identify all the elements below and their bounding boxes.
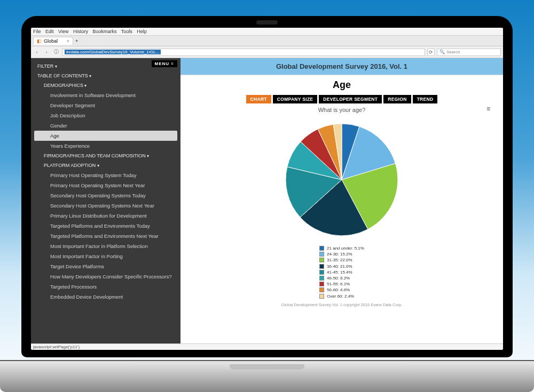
url-text: evdata.com/GlobalDevSurvey16_Volume_1/GL… (65, 50, 161, 54)
tab-region[interactable]: REGION (383, 95, 411, 103)
sidebar-item-host-os-next-year[interactable]: Primary Host Operating System Next Year (31, 180, 180, 190)
legend-label: 56-60: 4.6% (327, 287, 350, 293)
info-icon[interactable]: ⓘ (52, 49, 60, 56)
close-icon[interactable]: × (67, 38, 69, 44)
tab-chart[interactable]: CHART (246, 95, 271, 103)
menu-tools[interactable]: Tools (121, 29, 132, 34)
menu-edit[interactable]: Edit (45, 29, 54, 34)
view-tabs: CHART COMPANY SIZE DEVELOPER SEGMENT REG… (188, 95, 496, 103)
menu-file[interactable]: File (33, 29, 41, 34)
report-banner: Global Development Survey 2016, Vol. 1 (180, 58, 503, 75)
report-page: Age CHART COMPANY SIZE DEVELOPER SEGMENT… (180, 75, 503, 343)
chart-footer: Global Development Survey Vol. 1 copyrig… (188, 302, 496, 307)
menu-button[interactable]: MENU ≡ (152, 60, 177, 67)
tab-trend[interactable]: TREND (413, 95, 438, 103)
address-bar[interactable]: evdata.com/GlobalDevSurvey16_Volume_1/GL… (62, 49, 425, 56)
sidebar-item-target-platforms-next[interactable]: Targeted Platforms and Environments Next… (31, 231, 180, 241)
legend-swatch (319, 276, 324, 281)
legend-label: Over 60: 2.4% (327, 293, 354, 299)
legend-swatch (319, 294, 324, 299)
reload-button[interactable]: ⟳ (427, 49, 435, 56)
main-content: Global Development Survey 2016, Vol. 1 A… (180, 58, 503, 343)
sidebar-item-embedded-dev[interactable]: Embedded Device Development (31, 292, 180, 302)
legend-row[interactable]: Over 60: 2.4% (319, 293, 364, 299)
new-tab-button[interactable]: + (75, 38, 78, 44)
page-title: Age (188, 79, 496, 91)
legend-swatch (319, 264, 324, 269)
chart-legend: 21 and under: 5.1%24-30: 15.2%31-35: 22.… (319, 245, 364, 299)
legend-label: 41-45: 15.4% (327, 269, 352, 275)
sidebar-section-demographics[interactable]: DEMOGRAPHICS (31, 81, 180, 90)
sidebar-item-factor-platform[interactable]: Most Important Factor in Platform Select… (31, 241, 180, 251)
legend-label: 51-55: 6.1% (327, 281, 350, 287)
browser-toolbar: ‹ › ⓘ evdata.com/GlobalDevSurvey16_Volum… (31, 46, 503, 58)
menu-help[interactable]: Help (137, 29, 147, 34)
sidebar-item-factor-porting[interactable]: Most Important Factor in Porting (31, 251, 180, 261)
sidebar-item-gender[interactable]: Gender (31, 121, 180, 131)
legend-swatch (319, 252, 324, 257)
tab-company-size[interactable]: COMPANY SIZE (273, 95, 318, 103)
sidebar-item-years-experience[interactable]: Years Experience (31, 141, 180, 151)
sidebar-section-platform[interactable]: PLATFORM ADOPTION (31, 161, 180, 170)
legend-label: 46-50: 8.2% (327, 275, 350, 281)
tab-favicon: ◧ (37, 38, 42, 44)
export-menu-icon[interactable]: ≡ (486, 105, 490, 113)
menu-view[interactable]: View (58, 29, 68, 34)
tab-title: Global (44, 38, 58, 44)
app-body: MENU ≡ FILTER TABLE OF CONTENTS DEMOGRAP… (31, 58, 503, 343)
legend-row[interactable]: 41-45: 15.4% (319, 269, 364, 275)
browser-tab-strip: ◧ Global × + (31, 36, 503, 46)
sidebar-item-processors-consider[interactable]: How Many Developers Consider Specific Pr… (31, 271, 180, 282)
search-placeholder: Search (446, 50, 460, 54)
legend-row[interactable]: 36-40: 21.0% (319, 263, 364, 269)
search-icon: 🔍 (439, 50, 445, 54)
browser-status-bar: javascript:setPage('p11') (31, 343, 503, 350)
tab-developer-segment[interactable]: DEVELOPER SEGMENT (319, 95, 382, 103)
legend-label: 36-40: 21.0% (327, 263, 352, 269)
legend-label: 24-30: 15.2% (327, 251, 352, 257)
legend-row[interactable]: 46-50: 8.2% (319, 275, 364, 281)
legend-row[interactable]: 56-60: 4.6% (319, 287, 364, 293)
legend-row[interactable]: 31-35: 22.0% (319, 257, 364, 263)
legend-swatch (319, 282, 324, 286)
sidebar-item-device-platforms[interactable]: Target Device Platforms (31, 261, 180, 271)
sidebar-item-age[interactable]: Age (34, 131, 177, 141)
browser-menu-bar: File Edit View History Bookmarks Tools H… (31, 28, 503, 36)
sidebar-item-linux-dist[interactable]: Primary Linux Distribution for Developme… (31, 211, 180, 221)
sidebar-item-sec-host-os-next[interactable]: Secondary Host Operating Systems Next Ye… (31, 201, 180, 211)
camera-notch (256, 20, 278, 25)
legend-label: 21 and under: 5.1% (327, 245, 364, 251)
back-button[interactable]: ‹ (33, 49, 41, 56)
sidebar-item-sec-host-os-today[interactable]: Secondary Host Operating Systems Today (31, 190, 180, 201)
sidebar-item-host-os-today[interactable]: Primary Host Operating System Today (31, 170, 180, 180)
sidebar-section-firmographics[interactable]: FIRMOGRAPHICS AND TEAM COMPOSITION (31, 151, 180, 161)
sidebar-item-involvement[interactable]: Involvement in Software Development (31, 90, 180, 100)
forward-button[interactable]: › (43, 49, 50, 56)
browser-tab[interactable]: ◧ Global × (33, 37, 73, 45)
sidebar-item-job-description[interactable]: Job Description (31, 110, 180, 121)
pie-chart (280, 118, 403, 241)
sidebar-item-targeted-processors[interactable]: Targeted Processors (31, 282, 180, 292)
legend-swatch (319, 258, 324, 262)
laptop-frame: File Edit View History Bookmarks Tools H… (21, 16, 513, 357)
legend-swatch (319, 246, 324, 251)
legend-swatch (319, 287, 324, 292)
menu-history[interactable]: History (73, 29, 88, 34)
chart-subtitle: What is your age? (188, 107, 496, 113)
sidebar-toc[interactable]: TABLE OF CONTENTS (31, 71, 180, 81)
sidebar-item-target-platforms[interactable]: Targeted Platforms and Environments Toda… (31, 221, 180, 231)
legend-label: 31-35: 22.0% (327, 257, 352, 263)
search-box[interactable]: 🔍 Search (437, 49, 501, 56)
legend-row[interactable]: 24-30: 15.2% (319, 251, 364, 257)
menu-bookmarks[interactable]: Bookmarks (92, 29, 116, 34)
legend-swatch (319, 270, 324, 275)
chart-container: 21 and under: 5.1%24-30: 15.2%31-35: 22.… (188, 115, 496, 299)
legend-row[interactable]: 21 and under: 5.1% (319, 245, 364, 251)
legend-row[interactable]: 51-55: 6.1% (319, 281, 364, 287)
laptop-base (0, 360, 534, 392)
sidebar: MENU ≡ FILTER TABLE OF CONTENTS DEMOGRAP… (31, 58, 180, 343)
sidebar-item-developer-segment[interactable]: Developer Segment (31, 100, 180, 110)
screen: File Edit View History Bookmarks Tools H… (31, 28, 503, 350)
